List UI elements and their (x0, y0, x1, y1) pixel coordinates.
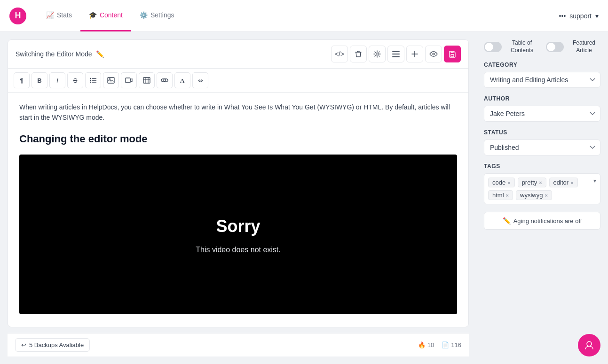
tag-html-remove[interactable]: × (506, 193, 509, 198)
avatar[interactable] (578, 334, 600, 356)
svg-point-11 (90, 80, 91, 81)
editor-panel: Switching the Editor Mode ✏️ </> (0, 32, 476, 364)
content-icon: 🎓 (89, 11, 97, 19)
char-icon: 📄 (442, 341, 449, 349)
svg-rect-6 (451, 51, 453, 53)
svg-point-4 (433, 53, 434, 55)
word-count-stat: 🔥 10 (418, 341, 434, 349)
author-select[interactable]: Jake Peters (484, 106, 600, 122)
svg-point-10 (90, 78, 91, 79)
support-area[interactable]: ••• support ▾ (559, 12, 599, 20)
toolbar-table[interactable] (139, 72, 155, 88)
svg-point-0 (376, 53, 379, 55)
svg-rect-3 (392, 56, 400, 57)
top-nav: H 📈 Stats 🎓 Content ⚙️ Settings ••• supp… (0, 0, 608, 32)
logo: H (9, 8, 26, 24)
editor-toolbar: ¶ B I S A (8, 69, 468, 93)
status-select[interactable]: Published Draft (484, 139, 600, 155)
category-label: Category (484, 62, 600, 68)
status-label: Status (484, 129, 600, 136)
featured-toggle[interactable] (546, 42, 564, 52)
tag-editor: editor × (549, 178, 578, 187)
word-icon: 🔥 (418, 341, 426, 349)
tag-html: html × (488, 190, 513, 200)
svg-rect-15 (126, 78, 130, 83)
nav-tab-settings[interactable]: ⚙️ Settings (131, 0, 183, 31)
tags-section: Tags code × pretty × editor × html × (484, 163, 600, 204)
tags-label: Tags (484, 163, 600, 170)
add-button[interactable] (406, 46, 423, 62)
svg-text:A: A (180, 77, 185, 84)
aging-icon: ✏️ (503, 217, 511, 225)
toolbar-video[interactable] (121, 72, 137, 88)
preview-button[interactable] (425, 46, 442, 62)
sidebar-toggles: Table of Contents Featured Article (484, 39, 600, 54)
toolbar-link[interactable] (157, 72, 173, 88)
author-section: Author Jake Peters (484, 95, 600, 122)
toolbar-strikethrough[interactable]: S (67, 72, 83, 88)
footer-stats: 🔥 10 📄 116 (418, 341, 461, 349)
stats-icon: 📈 (46, 11, 54, 19)
toolbar-bold[interactable]: B (32, 72, 47, 88)
chevron-down-icon: ▾ (595, 12, 599, 20)
svg-rect-5 (451, 54, 454, 57)
char-count-stat: 📄 116 (442, 341, 461, 349)
article-settings-button[interactable] (369, 46, 386, 62)
tag-wysiwyg-remove[interactable]: × (545, 193, 547, 198)
backups-button[interactable]: ↩ 5 Backups Avaliable (15, 338, 90, 352)
aging-label: Aging notifications are off (513, 217, 582, 225)
backups-icon: ↩ (21, 341, 26, 349)
nav-tabs: 📈 Stats 🎓 Content ⚙️ Settings (38, 0, 183, 31)
video-placeholder: Sorry This video does not exist. (19, 155, 457, 314)
featured-toggle-thumb (547, 43, 555, 51)
tags-dropdown-arrow[interactable]: ▾ (593, 178, 596, 184)
main-content: Switching the Editor Mode ✏️ </> (0, 32, 608, 364)
tag-code: code × (488, 178, 515, 187)
tag-pretty-remove[interactable]: × (539, 180, 542, 186)
author-label: Author (484, 95, 600, 102)
toc-toggle-thumb (485, 43, 493, 51)
save-button[interactable] (444, 46, 461, 62)
toc-toggle[interactable] (484, 42, 502, 52)
svg-rect-16 (143, 77, 150, 83)
video-sorry-text: Sorry (216, 213, 260, 240)
category-select[interactable]: Writing and Editing Articles (484, 72, 600, 88)
tag-pretty: pretty × (518, 178, 546, 187)
edit-title-icon[interactable]: ✏️ (96, 50, 104, 58)
svg-rect-2 (392, 54, 400, 54)
code-view-button[interactable]: </> (331, 46, 348, 62)
svg-point-12 (90, 82, 91, 83)
featured-toggle-group: Featured Article (546, 39, 600, 54)
tag-wysiwyg: wysiwyg × (516, 190, 552, 200)
nav-tab-stats[interactable]: 📈 Stats (38, 0, 80, 31)
toolbar-font-color[interactable]: A (174, 72, 190, 88)
editor-header: Switching the Editor Mode ✏️ </> (8, 40, 468, 69)
toolbar-image[interactable] (103, 72, 119, 88)
editor-card: Switching the Editor Mode ✏️ </> (8, 39, 469, 327)
sidebar-panel: Table of Contents Featured Article Categ… (476, 32, 608, 364)
toc-toggle-group: Table of Contents (484, 39, 538, 54)
list-view-button[interactable] (387, 46, 404, 62)
tags-container: code × pretty × editor × html × wysiwyg (484, 173, 600, 204)
video-subtitle-text: This video does not exist. (196, 244, 281, 256)
nav-tab-content[interactable]: 🎓 Content (80, 0, 131, 31)
toolbar-italic[interactable]: I (49, 72, 65, 88)
featured-toggle-label: Featured Article (568, 39, 600, 54)
toolbar-paragraph[interactable]: ¶ (14, 72, 30, 88)
editor-actions: </> (331, 46, 461, 62)
tag-editor-remove[interactable]: × (570, 180, 573, 186)
delete-button[interactable] (350, 46, 367, 62)
editor-content[interactable]: When writing articles in HelpDocs, you c… (8, 93, 468, 327)
aging-notifications-button[interactable]: ✏️ Aging notifications are off (484, 212, 600, 230)
backups-label: 5 Backups Avaliable (29, 341, 84, 349)
editor-footer: ↩ 5 Backups Avaliable 🔥 10 📄 116 (8, 333, 469, 356)
status-section: Status Published Draft (484, 129, 600, 155)
toolbar-align[interactable]: ⇔ (192, 72, 208, 88)
settings-nav-icon: ⚙️ (140, 11, 148, 19)
toc-toggle-label: Table of Contents (505, 39, 538, 54)
svg-rect-1 (392, 51, 400, 52)
tag-code-remove[interactable]: × (507, 180, 510, 186)
editor-title: Switching the Editor Mode ✏️ (16, 50, 104, 58)
toolbar-list[interactable] (85, 72, 101, 88)
content-heading: Changing the editor mode (19, 131, 457, 147)
